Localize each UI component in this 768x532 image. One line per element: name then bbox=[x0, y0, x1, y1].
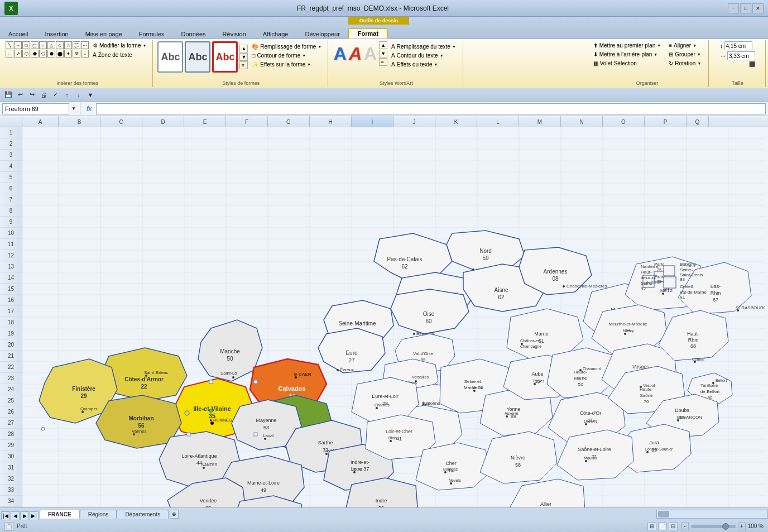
shape-10[interactable]: ⛛ bbox=[73, 50, 80, 57]
shape-5[interactable]: ⬟ bbox=[31, 50, 39, 57]
shape-rect[interactable]: □ bbox=[22, 41, 30, 49]
shape-7[interactable]: ⬣ bbox=[47, 50, 55, 57]
col-n[interactable]: N bbox=[561, 116, 603, 127]
france-map[interactable]: Pas-de-Calais 62 Nord 59 LILLE Somme 80 … bbox=[22, 127, 765, 507]
col-m[interactable]: M bbox=[519, 116, 561, 127]
shape-11[interactable]: ⬦ bbox=[81, 50, 89, 57]
shape-9[interactable]: ✦ bbox=[64, 50, 72, 57]
shape-2[interactable]: ∟ bbox=[6, 50, 13, 57]
shape-4[interactable]: ⬡ bbox=[22, 50, 30, 57]
aligner-button[interactable]: ≡ Aligner ▼ bbox=[666, 41, 704, 50]
spell-check-button[interactable]: ✓ bbox=[50, 90, 60, 100]
styles-down[interactable]: ▼ bbox=[239, 53, 248, 61]
undo-button[interactable]: ↩ bbox=[15, 90, 25, 100]
name-box-arrow[interactable]: ▼ bbox=[71, 106, 76, 111]
wordart-up[interactable]: ▲ bbox=[379, 41, 387, 49]
style-btn-2[interactable]: Abc bbox=[185, 41, 210, 73]
effets-forme-button[interactable]: ✨ Effets sur la forme ▼ bbox=[249, 60, 324, 69]
col-l[interactable]: L bbox=[477, 116, 519, 127]
sheet-prev-button[interactable]: ◀ bbox=[11, 511, 20, 520]
shape-diamond[interactable]: ◇ bbox=[56, 41, 64, 49]
taille-expand[interactable]: ⬛ bbox=[749, 61, 755, 67]
shape-rounded-rect[interactable]: ▢ bbox=[31, 41, 39, 49]
cell-area[interactable]: Pas-de-Calais 62 Nord 59 LILLE Somme 80 … bbox=[22, 127, 768, 507]
zoom-out-button[interactable]: - bbox=[681, 523, 689, 530]
col-e[interactable]: E bbox=[184, 116, 226, 127]
col-j[interactable]: J bbox=[393, 116, 435, 127]
hscroll-thumb[interactable] bbox=[658, 511, 669, 517]
wordart-expand[interactable]: ≡ bbox=[379, 58, 387, 66]
tab-formules[interactable]: Formules bbox=[131, 29, 173, 39]
tab-revision[interactable]: Révision bbox=[214, 29, 255, 39]
qa-more[interactable]: ▼ bbox=[85, 90, 95, 100]
effets-texte-button[interactable]: A Effets du texte ▼ bbox=[388, 60, 459, 69]
wordart-a3[interactable]: A bbox=[364, 44, 377, 64]
close-button[interactable]: ✕ bbox=[752, 3, 764, 13]
volet-selection-button[interactable]: ▦ Volet Sélection bbox=[591, 59, 664, 68]
print-preview-button[interactable]: 🖨 bbox=[39, 90, 49, 100]
tab-developpeur[interactable]: Développeur bbox=[296, 29, 348, 39]
sheet-tab-regions[interactable]: Régions bbox=[80, 510, 117, 519]
sheet-tab-departements[interactable]: Départements bbox=[117, 510, 169, 519]
sheet-first-button[interactable]: |◀ bbox=[1, 511, 10, 520]
remplissage-texte-button[interactable]: A Remplissage du texte ▼ bbox=[388, 42, 459, 51]
premier-plan-button[interactable]: ⬆ Mettre au premier plan ▼ bbox=[591, 41, 664, 50]
remplissage-forme-button[interactable]: 🎨 Remplissage de forme ▼ bbox=[249, 42, 324, 51]
col-p[interactable]: P bbox=[645, 116, 687, 127]
grouper-button[interactable]: ⊞ Grouper ▼ bbox=[666, 50, 704, 59]
shape-star[interactable]: ☆ bbox=[64, 41, 72, 49]
styles-expand[interactable]: ≡ bbox=[239, 61, 248, 69]
col-k[interactable]: K bbox=[435, 116, 477, 127]
dept-93[interactable] bbox=[664, 266, 675, 276]
shape-8[interactable]: ⬤ bbox=[56, 50, 64, 57]
save-button[interactable]: 💾 bbox=[3, 90, 13, 100]
shape-more[interactable]: ⋯ bbox=[81, 41, 89, 49]
hscrollbar[interactable] bbox=[656, 510, 768, 519]
window-controls[interactable]: － □ ✕ bbox=[728, 3, 764, 13]
rotation-button[interactable]: ↻ Rotation ▼ bbox=[666, 59, 704, 68]
maximize-button[interactable]: □ bbox=[740, 3, 751, 13]
arriere-plan-button[interactable]: ⬇ Mettre à l'arrière-plan ▼ bbox=[591, 50, 664, 59]
sheet-tab-france[interactable]: FRANCE bbox=[40, 510, 80, 519]
col-d[interactable]: D bbox=[142, 116, 184, 127]
dept-94[interactable] bbox=[664, 277, 676, 288]
page-view-button[interactable]: 📄 bbox=[658, 523, 667, 530]
tab-insertion[interactable]: Insertion bbox=[36, 29, 76, 39]
sheet-next-button[interactable]: ▶ bbox=[20, 511, 29, 520]
col-g[interactable]: G bbox=[268, 116, 310, 127]
style-btn-3[interactable]: Abc bbox=[212, 41, 238, 73]
wordart-down[interactable]: ▼ bbox=[379, 50, 387, 57]
wordart-a2[interactable]: A bbox=[349, 44, 362, 64]
tab-format[interactable]: Format bbox=[348, 28, 388, 39]
modifier-forme-button[interactable]: ⚙ Modifier la forme ▼ bbox=[90, 41, 149, 50]
wordart-a1[interactable]: A bbox=[334, 44, 347, 64]
col-q[interactable]: Q bbox=[687, 116, 709, 127]
width-input[interactable] bbox=[724, 41, 752, 50]
zone-texte-button[interactable]: A Zone de texte bbox=[90, 51, 149, 59]
tab-mise-en-page[interactable]: Mise en page bbox=[77, 29, 131, 39]
name-box[interactable]: Freeform 69 bbox=[2, 103, 69, 114]
col-b[interactable]: B bbox=[59, 116, 100, 127]
minimize-button[interactable]: － bbox=[728, 3, 739, 13]
redo-button[interactable]: ↪ bbox=[27, 90, 37, 100]
zoom-slider-thumb[interactable] bbox=[722, 523, 729, 530]
shape-tri[interactable]: △ bbox=[47, 41, 55, 49]
height-input[interactable] bbox=[727, 51, 755, 60]
tab-accueil[interactable]: Accueil bbox=[0, 29, 36, 39]
col-i[interactable]: I bbox=[352, 116, 393, 127]
contour-forme-button[interactable]: □ Contour de forme ▼ bbox=[249, 51, 324, 60]
shape-line[interactable]: ╲ bbox=[6, 41, 13, 49]
col-h[interactable]: H bbox=[310, 116, 352, 127]
style-btn-1[interactable]: Abc bbox=[157, 41, 183, 73]
sheet-add-button[interactable]: ⊕ bbox=[170, 510, 179, 519]
formula-input[interactable] bbox=[96, 103, 766, 114]
tab-donnees[interactable]: Données bbox=[173, 29, 214, 39]
col-f[interactable]: F bbox=[226, 116, 268, 127]
col-o[interactable]: O bbox=[603, 116, 645, 127]
zoom-in-button[interactable]: + bbox=[738, 523, 746, 530]
col-a[interactable]: A bbox=[22, 116, 59, 127]
tab-affichage[interactable]: Affichage bbox=[255, 29, 297, 39]
normal-view-button[interactable]: ⊞ bbox=[647, 523, 656, 530]
zoom-slider[interactable] bbox=[691, 525, 736, 528]
styles-up[interactable]: ▲ bbox=[239, 45, 248, 52]
